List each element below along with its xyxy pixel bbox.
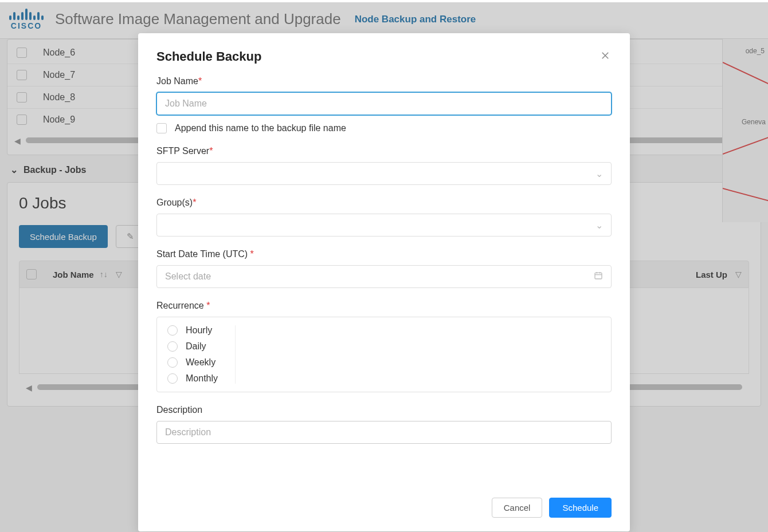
recurrence-label: Recurrence *	[156, 301, 612, 311]
recurrence-weekly[interactable]: Weekly	[167, 357, 218, 368]
svg-rect-0	[595, 273, 602, 279]
radio-icon	[167, 357, 178, 368]
radio-icon	[167, 341, 178, 352]
chevron-down-icon: ⌄	[595, 220, 603, 231]
start-date-label: Start Date Time (UTC) *	[156, 249, 612, 259]
description-input[interactable]	[156, 421, 612, 444]
groups-label: Group(s)*	[156, 198, 612, 208]
start-date-input[interactable]: Select date	[156, 265, 612, 288]
close-icon	[600, 50, 610, 61]
recurrence-monthly[interactable]: Monthly	[167, 373, 218, 384]
cancel-button[interactable]: Cancel	[492, 498, 543, 518]
sftp-server-select[interactable]: ⌄	[156, 162, 612, 185]
radio-icon	[167, 325, 178, 336]
groups-select[interactable]: ⌄	[156, 214, 612, 237]
description-label: Description	[156, 405, 612, 415]
recurrence-hourly[interactable]: Hourly	[167, 325, 218, 336]
job-name-input[interactable]	[156, 92, 612, 115]
recurrence-group: Hourly Daily Weekly Monthly	[156, 317, 612, 392]
chevron-down-icon: ⌄	[595, 168, 603, 179]
modal-overlay: Schedule Backup Job Name* Append this na…	[0, 2, 768, 532]
sftp-server-label: SFTP Server*	[156, 146, 612, 156]
start-date-placeholder: Select date	[165, 271, 211, 282]
recurrence-daily[interactable]: Daily	[167, 341, 218, 352]
radio-icon	[167, 373, 178, 384]
schedule-backup-modal: Schedule Backup Job Name* Append this na…	[138, 33, 630, 531]
job-name-label: Job Name*	[156, 76, 612, 86]
calendar-icon	[594, 271, 603, 282]
schedule-button[interactable]: Schedule	[549, 498, 612, 518]
append-name-label: Append this name to the backup file name	[175, 123, 346, 133]
append-name-checkbox[interactable]	[156, 123, 167, 133]
close-button[interactable]	[599, 49, 612, 65]
modal-title: Schedule Backup	[156, 49, 261, 64]
